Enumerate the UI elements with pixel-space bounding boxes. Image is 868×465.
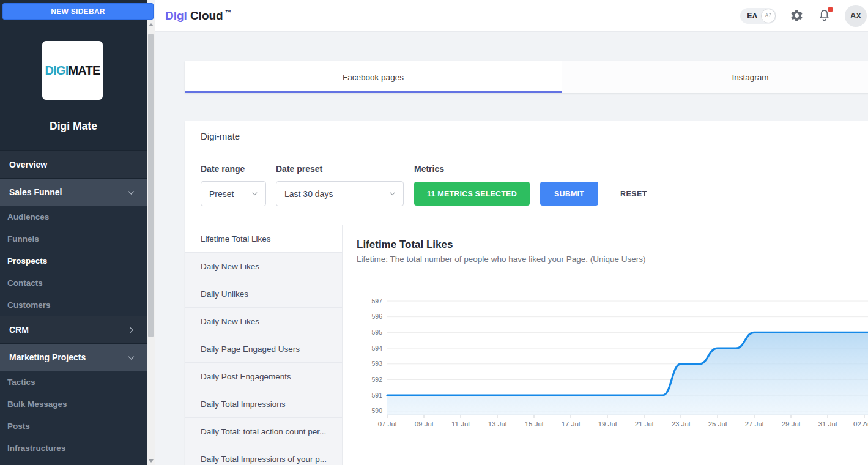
chart-header: Lifetime Total Likes Lifetime: The total… bbox=[343, 239, 868, 272]
chevron-down-icon bbox=[127, 353, 136, 362]
metric-list-item[interactable]: Daily New Likes bbox=[185, 253, 342, 280]
date-range-select[interactable]: Preset bbox=[201, 181, 266, 206]
svg-text:591: 591 bbox=[371, 392, 382, 399]
metrics-selected-button[interactable]: 11 METRICS SELECTED bbox=[414, 182, 530, 206]
logo-text-secondary: MATE bbox=[68, 64, 100, 77]
sidebar-item-label: Overview bbox=[9, 160, 47, 169]
svg-text:17 Jul: 17 Jul bbox=[562, 420, 581, 428]
reset-button[interactable]: RESET bbox=[620, 190, 647, 198]
new-sidebar-button[interactable]: NEW SIDEBAR bbox=[2, 3, 154, 20]
tab-facebook-pages[interactable]: Facebook pages bbox=[185, 61, 562, 93]
metric-list-item[interactable]: Daily Total Impressions bbox=[185, 390, 342, 418]
date-range-label: Date range bbox=[201, 164, 276, 174]
app-name: Digi Mate bbox=[0, 120, 147, 133]
svg-text:590: 590 bbox=[371, 407, 382, 414]
brand-primary: Digi bbox=[165, 9, 187, 22]
metric-list-item[interactable]: Daily Post Engagements bbox=[185, 363, 342, 390]
chart-title: Lifetime Total Likes bbox=[357, 239, 868, 251]
svg-text:594: 594 bbox=[371, 344, 382, 352]
app-logo-text: DIGIMATE bbox=[45, 64, 100, 78]
chevron-down-icon bbox=[250, 189, 259, 198]
chevron-down-icon bbox=[127, 188, 136, 197]
svg-text:21 Jul: 21 Jul bbox=[635, 420, 654, 428]
sidebar-item-label: Marketing Projects bbox=[9, 352, 86, 362]
sidebar-item-funnels[interactable]: Funnels bbox=[0, 228, 147, 250]
svg-text:09 Jul: 09 Jul bbox=[415, 420, 434, 428]
submit-button[interactable]: SUBMIT bbox=[540, 182, 598, 206]
sidebar-item-bulk-messages[interactable]: Bulk Messages bbox=[0, 393, 147, 415]
scrollbar-thumb[interactable] bbox=[148, 34, 154, 337]
date-preset-select[interactable]: Last 30 days bbox=[276, 181, 404, 206]
svg-text:31 Jul: 31 Jul bbox=[818, 420, 837, 428]
settings-button[interactable] bbox=[790, 9, 804, 23]
logo-text-primary: DIGI bbox=[45, 64, 69, 77]
sidebar-nav: OverviewSales FunnelAudiencesFunnelsPros… bbox=[0, 151, 147, 459]
tab-instagram[interactable]: Instagram bbox=[562, 61, 868, 93]
sidebar-item-label: CRM bbox=[9, 325, 29, 335]
date-range-value: Preset bbox=[209, 189, 234, 199]
chart-canvas: 59059159259359459559659707 Jul09 Jul11 J… bbox=[357, 296, 868, 436]
svg-text:597: 597 bbox=[371, 297, 382, 305]
svg-text:29 Jul: 29 Jul bbox=[782, 420, 801, 428]
sidebar-item-label: Infrastructures bbox=[7, 444, 65, 453]
svg-text:27 Jul: 27 Jul bbox=[745, 420, 764, 428]
svg-text:11 Jul: 11 Jul bbox=[451, 420, 470, 428]
sidebar-item-customers[interactable]: Customers bbox=[0, 294, 147, 316]
language-label: EΛ bbox=[747, 12, 757, 20]
filters-section: Date range Date preset Metrics Preset La… bbox=[185, 151, 868, 225]
card-header: Digi-mate bbox=[185, 121, 868, 151]
metric-list-item[interactable]: Daily Total: total action count per... bbox=[185, 418, 342, 445]
sidebar-item-prospects[interactable]: Prospects bbox=[0, 250, 147, 272]
sidebar-item-posts[interactable]: Posts bbox=[0, 415, 147, 437]
chevron-right-icon bbox=[127, 326, 136, 335]
chart-subtitle: Lifetime: The total number of people who… bbox=[357, 255, 868, 264]
channel-tabs: Facebook pages Instagram bbox=[185, 61, 868, 93]
sidebar-item-label: Customers bbox=[7, 300, 51, 310]
trademark-symbol: ™ bbox=[225, 9, 231, 16]
svg-text:592: 592 bbox=[371, 376, 382, 383]
svg-text:596: 596 bbox=[371, 313, 382, 320]
metrics-label: Metrics bbox=[414, 164, 868, 174]
sidebar-item-tactics[interactable]: Tactics bbox=[0, 371, 147, 393]
brand: DigiCloud™ bbox=[165, 9, 231, 23]
svg-text:07 Jul: 07 Jul bbox=[378, 420, 397, 428]
main-area: DigiCloud™ EΛ A AX Facebook pages Instag… bbox=[155, 0, 868, 465]
metric-list-item[interactable]: Daily Total Impressions of your p... bbox=[185, 445, 342, 465]
sidebar: DIGIMATE Digi Mate OverviewSales FunnelA… bbox=[0, 0, 147, 465]
svg-text:19 Jul: 19 Jul bbox=[598, 420, 617, 428]
metric-list-item[interactable]: Lifetime Total Likes bbox=[185, 225, 342, 253]
sidebar-item-contacts[interactable]: Contacts bbox=[0, 272, 147, 294]
metric-list: Lifetime Total LikesDaily New LikesDaily… bbox=[185, 225, 343, 465]
sidebar-item-infrastructures[interactable]: Infrastructures bbox=[0, 437, 147, 459]
sidebar-item-crm[interactable]: CRM bbox=[0, 316, 147, 343]
notification-badge bbox=[828, 7, 833, 12]
sidebar-scrollbar[interactable] bbox=[147, 20, 155, 465]
scrollbar-down-arrow[interactable] bbox=[147, 456, 155, 465]
date-preset-label: Date preset bbox=[276, 164, 414, 174]
svg-text:02 Aug: 02 Aug bbox=[853, 420, 868, 428]
metric-list-item[interactable]: Daily New Likes bbox=[185, 308, 342, 335]
top-header: DigiCloud™ EΛ A AX bbox=[155, 0, 868, 32]
tab-label: Instagram bbox=[732, 73, 768, 82]
avatar[interactable]: AX bbox=[845, 5, 867, 27]
sidebar-item-label: Contacts bbox=[7, 278, 43, 288]
language-switcher[interactable]: EΛ A bbox=[740, 8, 776, 24]
sidebar-item-audiences[interactable]: Audiences bbox=[0, 206, 147, 228]
sidebar-item-sales-funnel[interactable]: Sales Funnel bbox=[0, 178, 147, 206]
scrollbar-up-arrow[interactable] bbox=[147, 20, 155, 29]
chart-wrap: 59059159259359459559659707 Jul09 Jul11 J… bbox=[357, 296, 868, 438]
svg-text:23 Jul: 23 Jul bbox=[672, 420, 691, 428]
sidebar-item-label: Audiences bbox=[7, 212, 49, 221]
sidebar-item-label: Tactics bbox=[7, 378, 35, 387]
triangle-up-icon bbox=[149, 23, 154, 26]
notifications-button[interactable] bbox=[817, 9, 831, 23]
sidebar-item-label: Bulk Messages bbox=[7, 400, 67, 409]
metric-list-item[interactable]: Daily Unlikes bbox=[185, 280, 342, 308]
sidebar-item-marketing-projects[interactable]: Marketing Projects bbox=[0, 343, 147, 371]
metric-list-item[interactable]: Daily Page Engaged Users bbox=[185, 335, 342, 363]
sidebar-item-label: Posts bbox=[7, 422, 30, 431]
chart-panel: Lifetime Total Likes Lifetime: The total… bbox=[343, 225, 868, 465]
svg-text:A: A bbox=[765, 13, 769, 18]
sidebar-item-label: Sales Funnel bbox=[9, 187, 62, 197]
sidebar-item-overview[interactable]: Overview bbox=[0, 151, 147, 178]
